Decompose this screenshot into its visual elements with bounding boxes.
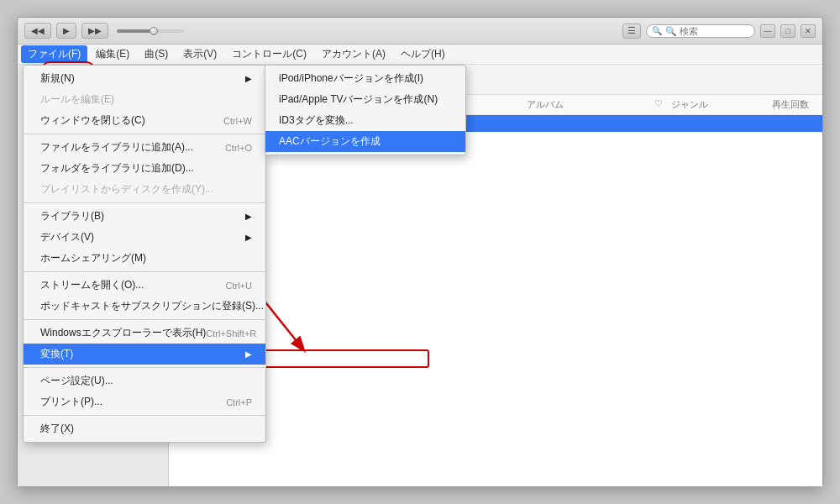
library-arrow: ▶ xyxy=(245,212,252,221)
shortcut-explorer: Ctrl+Shift+R xyxy=(206,328,256,339)
separator-5 xyxy=(24,367,265,368)
play-button[interactable]: ▶ xyxy=(56,23,76,39)
volume-slider[interactable] xyxy=(117,29,184,33)
file-menu-show-explorer[interactable]: Windowsエクスプローラーで表示(H) Ctrl+Shift+R xyxy=(24,323,265,344)
list-icon: ☰ xyxy=(627,25,636,36)
menu-help[interactable]: ヘルプ(H) xyxy=(394,45,452,63)
convert-arrow: ▶ xyxy=(245,349,252,359)
file-menu-burn-playlist: プレイリストからディスクを作成(Y)... xyxy=(24,179,265,200)
forward-button[interactable]: ▶▶ xyxy=(81,23,108,39)
file-menu-exit[interactable]: 終了(X) xyxy=(24,418,265,439)
col-header-album[interactable]: アルバム xyxy=(527,98,646,111)
file-menu-open-stream[interactable]: ストリームを開く(O)... Ctrl+U xyxy=(24,275,265,296)
file-menu-edit-rule: ルールを編集(E) xyxy=(24,89,265,110)
col-header-heart: ♡ xyxy=(646,98,671,111)
close-button[interactable]: ✕ xyxy=(801,24,816,38)
file-menu-library[interactable]: ライブラリ(B) ▶ xyxy=(24,206,265,227)
titlebar-right: ☰ 🔍 — □ ✕ xyxy=(622,24,816,39)
shortcut-stream: Ctrl+U xyxy=(226,281,252,291)
maximize-button[interactable]: □ xyxy=(780,24,795,38)
back-button[interactable]: ◀◀ xyxy=(24,23,51,39)
menu-controls[interactable]: コントロール(C) xyxy=(225,45,313,63)
menu-account[interactable]: アカウント(A) xyxy=(315,45,392,63)
separator-3 xyxy=(24,271,265,272)
submenu-arrow: ▶ xyxy=(245,74,252,83)
transport-controls: ◀◀ ▶ ▶▶ xyxy=(24,23,184,39)
menu-file[interactable]: ファイル(F) xyxy=(21,45,87,63)
file-menu-devices[interactable]: デバイス(V) ▶ xyxy=(24,227,265,248)
separator-4 xyxy=(24,319,265,320)
file-menu-page-setup[interactable]: ページ設定(U)... xyxy=(24,370,265,391)
col-header-plays[interactable]: 再生回数 xyxy=(750,98,809,111)
file-menu-close-window[interactable]: ウィンドウを閉じる(C) Ctrl+W xyxy=(24,110,265,131)
volume-knob xyxy=(150,27,158,35)
menu-edit[interactable]: 編集(E) xyxy=(89,45,136,63)
file-menu-podcast[interactable]: ポッドキャストをサブスクリプションに登録(S)... xyxy=(24,296,265,317)
playlist-view-button[interactable]: ☰ xyxy=(622,24,641,39)
menu-view[interactable]: 表示(V) xyxy=(176,45,223,63)
file-menu-add-folder[interactable]: フォルダをライブラリに追加(D)... xyxy=(24,158,265,179)
file-menu-new[interactable]: 新規(N) ▶ xyxy=(24,68,265,89)
menubar: ファイル(F) 編集(E) 曲(S) 表示(V) コントロール(C) アカウント… xyxy=(18,45,822,65)
file-menu-add-file[interactable]: ファイルをライブラリに追加(A)... Ctrl+O xyxy=(24,137,265,158)
menu-song[interactable]: 曲(S) xyxy=(138,45,175,63)
convert-aac[interactable]: AACバージョンを作成 xyxy=(265,131,465,152)
convert-id3[interactable]: ID3タグを変換... xyxy=(265,110,465,131)
minimize-button[interactable]: — xyxy=(760,24,775,38)
shortcut-add-file: Ctrl+O xyxy=(225,143,252,153)
file-menu-home-sharing[interactable]: ホームシェアリング(M) xyxy=(24,248,265,269)
convert-submenu: iPod/iPhoneバージョンを作成(I) iPad/Apple TVバージョ… xyxy=(265,65,466,155)
devices-arrow: ▶ xyxy=(245,233,252,242)
file-menu-dropdown: 新規(N) ▶ ルールを編集(E) ウィンドウを閉じる(C) Ctrl+W ファ… xyxy=(23,65,266,443)
shortcut-close: Ctrl+W xyxy=(223,116,252,126)
file-menu-print[interactable]: プリント(P)... Ctrl+P xyxy=(24,391,265,412)
convert-ipod[interactable]: iPod/iPhoneバージョンを作成(I) xyxy=(265,68,465,89)
separator-6 xyxy=(24,415,265,416)
itunes-window: ◀◀ ▶ ▶▶ ☰ 🔍 — □ ✕ ファイル(F) 編集(E) 曲(S) xyxy=(17,17,823,487)
separator-1 xyxy=(24,134,265,134)
file-menu-convert[interactable]: 変換(T) ▶ xyxy=(24,344,265,365)
search-input[interactable] xyxy=(665,26,741,36)
titlebar: ◀◀ ▶ ▶▶ ☰ 🔍 — □ ✕ xyxy=(18,18,822,45)
search-icon: 🔍 xyxy=(652,26,662,35)
shortcut-print: Ctrl+P xyxy=(226,397,252,407)
col-header-genre[interactable]: ジャンル xyxy=(671,98,750,111)
separator-2 xyxy=(24,202,265,203)
search-box[interactable]: 🔍 xyxy=(646,24,755,38)
convert-ipad[interactable]: iPad/Apple TVバージョンを作成(N) xyxy=(265,89,465,110)
